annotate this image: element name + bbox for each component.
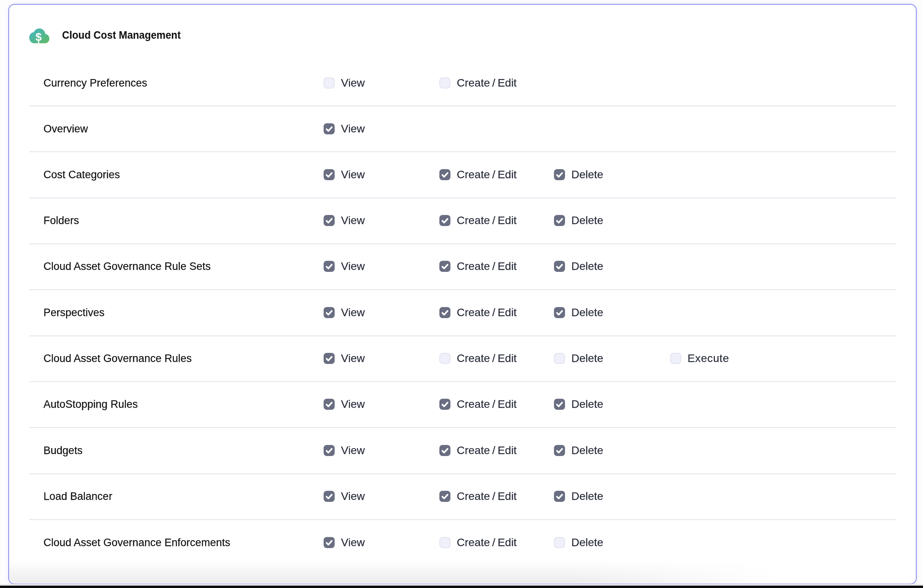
svg-text:$: $ [36, 30, 42, 43]
